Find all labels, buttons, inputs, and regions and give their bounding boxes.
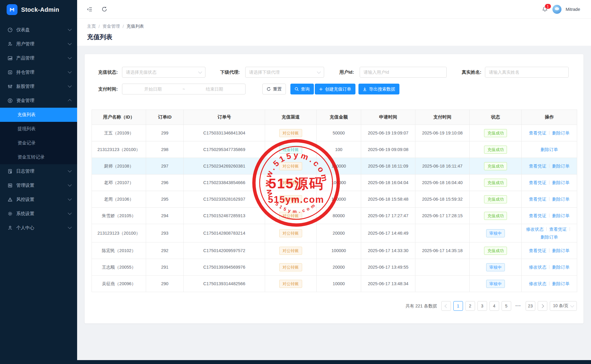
col-order-no: 订单号	[184, 110, 265, 125]
chevron-down-icon	[68, 27, 72, 31]
delete-order-link[interactable]: 删除订单	[541, 235, 558, 239]
collapse-sidebar-icon[interactable]	[87, 6, 93, 13]
export-search-data-button[interactable]: 导出搜索数据	[358, 84, 399, 94]
channel-tag: 现金转账	[279, 146, 302, 154]
sidebar-item-recharge-list[interactable]: 充值列表	[0, 108, 77, 122]
modify-status-link[interactable]: 修改状态	[526, 227, 544, 232]
user-avatar[interactable]	[552, 5, 561, 14]
status-badge: 审核中	[486, 263, 505, 271]
sidebar-item-admin-settings[interactable]: 管理设置	[0, 178, 77, 193]
sidebar-item-withdraw-list[interactable]: 提现列表	[0, 122, 77, 136]
page-size-select[interactable]: 10 条/页	[550, 301, 577, 311]
view-voucher-link[interactable]: 查看凭证	[529, 213, 546, 218]
user-icon	[7, 42, 13, 47]
dashboard-icon	[7, 27, 13, 33]
notification-bell-icon[interactable]: 1	[542, 6, 548, 13]
modify-status-link[interactable]: 修改状态	[529, 265, 546, 270]
pagination-page-last[interactable]: 23	[526, 301, 535, 311]
view-voucher-link[interactable]: 查看凭证	[529, 131, 546, 135]
delete-order-link[interactable]: 删除订单	[552, 197, 570, 202]
table-row: 213123123（20100） 298 C1750295347735869 现…	[92, 141, 577, 158]
view-voucher-link[interactable]: 查看凭证	[529, 248, 546, 253]
pagination-ellipsis[interactable]: •••	[514, 301, 523, 311]
delete-order-link[interactable]: 删除订单	[552, 248, 570, 253]
chevron-down-icon	[68, 69, 72, 73]
end-date-placeholder: 结束日期	[187, 86, 242, 92]
col-actions: 操作	[522, 110, 577, 125]
pagination-page-5[interactable]: 5	[502, 301, 511, 311]
table-header-row: 用户名称（ID） 订单ID 订单号 充值渠道 充值金额 申请时间 支付时间 状态…	[92, 110, 577, 125]
view-voucher-link[interactable]: 查看凭证	[529, 180, 546, 185]
pay-time-range-picker[interactable]: 开始日期 ~ 结束日期	[122, 84, 245, 94]
delete-order-link[interactable]: 删除订单	[552, 180, 570, 185]
sidebar-item-holdings[interactable]: 持仓管理	[0, 65, 77, 79]
breadcrumb-funds[interactable]: 资金管理	[102, 23, 120, 29]
reset-button[interactable]: 重置	[262, 84, 286, 94]
sub-agent-select[interactable]: 请选择下级代理	[245, 67, 324, 78]
delete-order-link[interactable]: 删除订单	[552, 213, 570, 218]
chevron-down-icon	[68, 211, 72, 215]
delete-order-link[interactable]: 删除订单	[552, 281, 570, 286]
sidebar-item-fund-records[interactable]: 资金记录	[0, 136, 77, 150]
pagination-page-2[interactable]: 2	[465, 301, 475, 311]
status-badge: 充值成功	[484, 195, 507, 203]
status-badge: 充值成功	[484, 247, 507, 255]
pagination-page-4[interactable]: 4	[489, 301, 499, 311]
sidebar-item-fund-transfer-records[interactable]: 资金互转记录	[0, 150, 77, 164]
real-name-input[interactable]	[485, 67, 568, 77]
sidebar-item-dashboard[interactable]: 仪表盘	[0, 23, 77, 37]
pagination-next-button[interactable]	[538, 301, 547, 311]
risk-warning-icon	[7, 197, 13, 202]
sidebar-item-products[interactable]: 产品管理	[0, 51, 77, 65]
start-date-placeholder: 开始日期	[126, 86, 180, 92]
refresh-icon[interactable]	[101, 6, 108, 13]
pagination-prev-button[interactable]	[441, 301, 451, 311]
brand-logo-icon	[7, 4, 17, 15]
delete-order-link[interactable]: 删除订单	[552, 265, 570, 270]
user-id-label: 用户Id:	[324, 67, 354, 78]
delete-order-link[interactable]: 删除订单	[552, 164, 570, 168]
status-badge: 充值成功	[484, 146, 507, 154]
sidebar-item-users[interactable]: 用户管理	[0, 37, 77, 51]
table-row: 老周（20106） 295 C1750233528162937 对公转账 100…	[92, 191, 577, 208]
col-amount: 充值金额	[317, 110, 361, 125]
modify-status-link[interactable]: 修改状态	[529, 281, 546, 286]
status-badge: 充值成功	[484, 179, 507, 187]
content-card: 充值状态: 请选择充值状态 下级代理: 请选择下级代理 用户Id: 真实姓名: …	[85, 54, 583, 323]
create-recharge-order-button[interactable]: 创建充值订单	[315, 84, 355, 94]
channel-tag: 对公转账	[279, 195, 302, 203]
delete-order-link[interactable]: 删除订单	[541, 147, 558, 152]
view-voucher-link[interactable]: 查看凭证	[529, 197, 546, 202]
col-pay-time: 支付时间	[415, 110, 470, 125]
query-button[interactable]: 查询	[290, 84, 314, 94]
channel-tag: 对公转账	[279, 263, 302, 271]
brand-name: Stock-Admin	[21, 6, 59, 13]
user-id-input[interactable]	[360, 67, 446, 77]
topbar: 1 Mitrade	[77, 0, 591, 19]
person-icon	[7, 225, 13, 231]
plus-icon	[319, 87, 323, 91]
sidebar-item-system-settings[interactable]: 系统设置	[0, 207, 77, 221]
delete-order-link[interactable]: 删除订单	[552, 131, 570, 135]
chevron-down-icon	[68, 197, 72, 201]
view-voucher-link[interactable]: 查看凭证	[549, 227, 567, 232]
recharge-status-select[interactable]: 请选择充值状态	[122, 67, 205, 78]
sidebar-item-profile[interactable]: 个人中心	[0, 221, 77, 235]
pagination-page-1[interactable]: 1	[453, 301, 463, 311]
channel-tag: 对公转账	[279, 280, 302, 288]
topbar-right: 1 Mitrade	[542, 5, 580, 14]
sidebar-item-new-shares[interactable]: 新股管理	[0, 79, 77, 94]
date-range-separator: ~	[183, 87, 185, 91]
table-row: 朱雪娇（20105） 294 C1750152467285913 对公转账 80…	[92, 208, 577, 224]
breadcrumb-current: 充值列表	[127, 23, 144, 29]
chart-icon	[7, 56, 13, 61]
breadcrumb-home[interactable]: 主页	[87, 23, 96, 29]
pagination-page-3[interactable]: 3	[477, 301, 487, 311]
sidebar-item-funds[interactable]: 资金管理	[0, 94, 77, 108]
username[interactable]: Mitrade	[566, 7, 580, 12]
sidebar-item-logs[interactable]: 日志管理	[0, 164, 77, 178]
sidebar-item-risk-settings[interactable]: 风控设置	[0, 193, 77, 207]
col-order-id: 订单ID	[146, 110, 184, 125]
channel-tag: 对公转账	[279, 129, 302, 137]
view-voucher-link[interactable]: 查看凭证	[529, 164, 546, 168]
